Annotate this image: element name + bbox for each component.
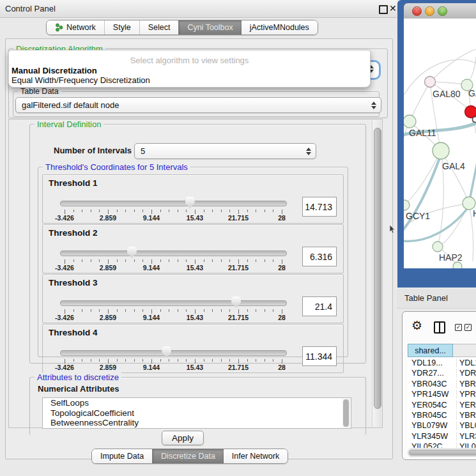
slider-tick	[125, 210, 126, 212]
checkbox-icon[interactable]: ✓	[455, 324, 462, 331]
slider-tick	[204, 210, 204, 212]
table-horizontal-scrollbar[interactable]	[408, 449, 476, 457]
threshold-2-slider-track[interactable]	[60, 250, 287, 256]
slider-tick-label: -3.426	[55, 314, 74, 321]
table-row[interactable]: YDL19...YDL1	[408, 358, 476, 369]
tab-discretize-data[interactable]: Discretize Data	[152, 449, 224, 463]
tab-impute-data[interactable]: Impute Data	[92, 449, 152, 463]
slider-tick	[169, 359, 169, 362]
slider-tick-label: 28	[278, 214, 286, 222]
settings-scroll-pane: Interval Definition Number of Intervals …	[8, 119, 383, 428]
popup-item-manual-discretization[interactable]: Manual Discretization	[12, 66, 97, 75]
threshold-3-value-field[interactable]: 21.4	[302, 296, 337, 316]
threshold-1-value-field[interactable]: 14.713	[302, 197, 337, 217]
minimize-traffic-light-icon[interactable]	[425, 6, 434, 16]
graph-edge[interactable]	[441, 151, 469, 203]
slider-tick	[99, 210, 100, 212]
network-canvas[interactable]: GAL80GAGAL11CGAL4GCY1HHAP2	[404, 19, 476, 268]
h-node[interactable]	[463, 197, 475, 210]
table-panel-title: Table Panel	[404, 289, 448, 308]
network-window-titlebar[interactable]	[404, 3, 476, 19]
slider-tick	[212, 359, 213, 362]
checkbox-icon[interactable]: ✓	[464, 324, 472, 331]
attribute-list-item[interactable]: BetweennessCentrality	[43, 418, 351, 428]
columns-icon[interactable]	[434, 321, 445, 334]
graph-edge[interactable]	[430, 49, 476, 82]
threshold-4-value-field[interactable]: 11.344	[302, 346, 337, 366]
node-label-ga: GA	[468, 88, 476, 98]
threshold-1-slider-thumb[interactable]	[185, 197, 195, 208]
settings-scrollbar-thumb[interactable]	[374, 128, 381, 409]
slider-tick	[117, 309, 118, 312]
attribute-list-item[interactable]: SelfLoops	[43, 398, 351, 408]
gear-icon[interactable]: ⚙	[411, 319, 422, 332]
table-row[interactable]: YLR345WYLR3	[408, 432, 476, 442]
slider-tick	[178, 259, 178, 262]
slider-tick	[91, 259, 91, 262]
table-row[interactable]: YBR043CYBR0	[408, 380, 476, 390]
slider-tick	[108, 359, 109, 364]
gal80-node[interactable]	[425, 77, 436, 88]
tab-jactivemnodules[interactable]: jActiveMNodules	[242, 20, 318, 35]
zoom-traffic-light-icon[interactable]	[438, 6, 447, 16]
slider-tick	[229, 259, 230, 262]
column-header-shared-name[interactable]: shared...	[408, 344, 453, 357]
threshold-1-slider-track[interactable]	[60, 201, 287, 206]
table-row[interactable]: YPR145WYPR1	[408, 390, 476, 400]
slider-tick	[195, 309, 196, 314]
attributes-scrollbar[interactable]	[342, 399, 350, 427]
table-panel-titlebar: Table Panel	[397, 289, 476, 309]
tab-network[interactable]: Network	[47, 20, 104, 35]
tab-infer-network[interactable]: Infer Network	[224, 449, 288, 463]
apply-button[interactable]: Apply	[162, 431, 204, 445]
slider-tick	[65, 210, 65, 214]
partial-node[interactable]	[453, 262, 462, 268]
gal4-node[interactable]	[433, 142, 449, 159]
graph-edge[interactable]	[438, 203, 469, 247]
slider-tick	[99, 259, 100, 262]
table-row[interactable]: YIL052CYIL0	[408, 442, 476, 448]
network-icon	[55, 23, 63, 32]
threshold-2-value-field[interactable]: 6.316	[302, 247, 337, 266]
table-row[interactable]: YDR27...YDR2	[408, 369, 476, 379]
numerical-attributes-list[interactable]: SelfLoopsTopologicalCoefficientBetweenne…	[42, 397, 351, 429]
gcy1-node[interactable]	[404, 200, 410, 210]
node-attribute-table[interactable]: shared... na YDL19...YDL1YDR27...YDR2YBR…	[408, 344, 476, 448]
slider-tick	[151, 359, 152, 364]
table-row[interactable]: YBL079WYBL0	[408, 421, 476, 431]
settings-scrollbar[interactable]	[372, 120, 381, 427]
slider-tick-label: 2.859	[100, 264, 116, 272]
tab-cyni-toolbox[interactable]: Cyni Toolbox	[178, 20, 241, 35]
close-traffic-light-icon[interactable]	[412, 6, 422, 16]
tab-style[interactable]: Style	[104, 20, 139, 35]
table-row[interactable]: YBR045CYBR0	[408, 411, 476, 421]
gal11-node[interactable]	[404, 115, 416, 128]
float-window-icon[interactable]	[379, 5, 388, 14]
tab-label: Select	[148, 23, 171, 32]
threshold-2-slider-thumb[interactable]	[127, 247, 137, 258]
slider-tick	[204, 259, 204, 262]
threshold-4-slider-track[interactable]	[60, 350, 287, 356]
column-header-name[interactable]: na	[453, 344, 476, 357]
slider-tick	[247, 259, 248, 262]
node-label-gal4: GAL4	[442, 161, 465, 171]
tab-select[interactable]: Select	[139, 20, 179, 35]
hap2-node[interactable]	[433, 242, 443, 252]
tab-label: jActiveMNodules	[250, 23, 309, 32]
popup-item-equal-width-frequency[interactable]: Equal Width/Frequency Discretization	[12, 75, 150, 85]
close-icon[interactable]: ✕	[389, 3, 397, 13]
threshold-3-slider-track[interactable]	[60, 300, 287, 306]
slider-tick	[117, 359, 118, 362]
threshold-3-slider-thumb[interactable]	[231, 296, 241, 308]
slider-tick	[256, 359, 256, 362]
slider-tick	[99, 309, 100, 312]
table-row[interactable]: YER054CYER0	[408, 401, 476, 411]
number-of-intervals-combobox[interactable]: 5	[134, 143, 316, 159]
slider-tick	[229, 309, 230, 312]
slider-tick	[221, 359, 222, 362]
slider-tick	[265, 359, 265, 362]
table-cell: YDL19...	[411, 358, 451, 367]
attribute-list-item[interactable]: TopologicalCoefficient	[43, 408, 351, 418]
threshold-4-slider-thumb[interactable]	[162, 346, 171, 358]
table-data-combobox[interactable]: galFiltered.sif default node	[15, 97, 381, 113]
